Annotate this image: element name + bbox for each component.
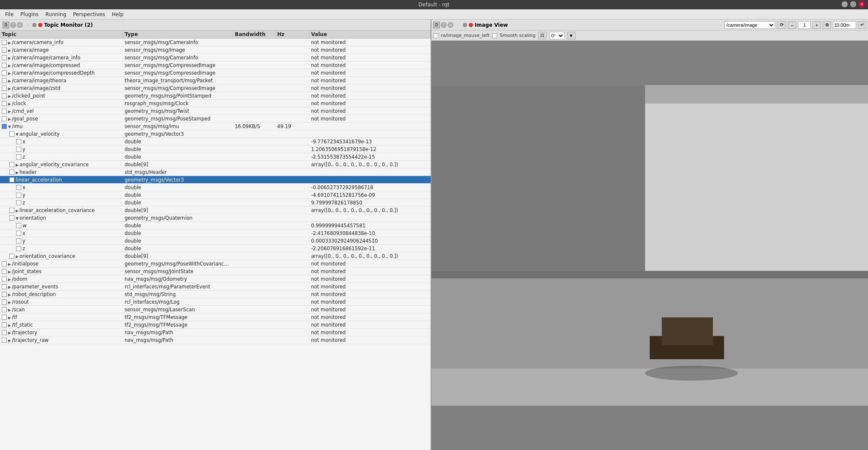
- table-row[interactable]: ▶/goal_posegeometry_msgs/msg/PoseStamped…: [0, 115, 431, 123]
- table-row[interactable]: ▶/initialposegeometry_msgs/msg/PoseWithC…: [0, 260, 431, 268]
- image-zoom-fit-btn[interactable]: ⊡: [538, 32, 547, 39]
- topic-checkbox[interactable]: [9, 208, 14, 213]
- table-row[interactable]: ▶/camera/image/compressedDepthsensor_msg…: [0, 69, 431, 77]
- topic-checkbox[interactable]: [2, 86, 7, 91]
- expand-icon[interactable]: ▶: [8, 323, 11, 327]
- topic-checkbox[interactable]: [2, 330, 7, 335]
- topic-checkbox[interactable]: [2, 48, 7, 53]
- mouse-event-checkbox[interactable]: [433, 33, 438, 38]
- table-row[interactable]: xdouble-9.77672345341679e-13: [0, 138, 431, 145]
- topic-checkbox[interactable]: [2, 55, 7, 60]
- topic-checkbox[interactable]: [16, 200, 21, 205]
- expand-icon[interactable]: ▶: [8, 48, 11, 53]
- expand-icon[interactable]: ▶: [8, 285, 11, 289]
- menu-help[interactable]: Help: [108, 11, 127, 18]
- table-row[interactable]: ▶/robot_descriptionstd_msgs/msg/Stringno…: [0, 291, 431, 298]
- table-row[interactable]: ▶/clockrosgraph_msgs/msg/Clocknot monito…: [0, 100, 431, 107]
- table-row[interactable]: xdouble-0.006527372929586718: [0, 184, 431, 191]
- topic-checkbox[interactable]: [16, 238, 21, 243]
- topic-checkbox[interactable]: [2, 93, 7, 98]
- topic-checkbox[interactable]: [9, 254, 14, 259]
- topic-checkbox[interactable]: [2, 124, 7, 129]
- table-row[interactable]: ▼orientationgeometry_msgs/Quaternion: [0, 214, 431, 222]
- table-row[interactable]: ▶/camera/image/compressedsensor_msgs/msg…: [0, 61, 431, 69]
- topic-checkbox[interactable]: [16, 231, 21, 236]
- topic-checkbox[interactable]: [2, 338, 7, 343]
- zoom-input[interactable]: [798, 21, 811, 29]
- table-row[interactable]: ▶angular_velocity_covariancedouble[9]arr…: [0, 161, 431, 168]
- expand-icon[interactable]: ▶: [8, 331, 11, 335]
- table-row[interactable]: zdouble-2.531553873554422e-15: [0, 153, 431, 161]
- table-row[interactable]: ▶orientation_covariancedouble[9]array([0…: [0, 252, 431, 260]
- topic-checkbox[interactable]: [2, 307, 7, 312]
- topic-checkbox[interactable]: [2, 40, 7, 45]
- size-input[interactable]: [833, 21, 856, 29]
- topic-checkbox[interactable]: [9, 215, 14, 221]
- smooth-scaling-checkbox[interactable]: [492, 33, 497, 38]
- expand-icon[interactable]: ▶: [8, 94, 11, 98]
- expand-icon[interactable]: ▶: [8, 71, 11, 75]
- table-row[interactable]: ▶/cmd_velgeometry_msgs/msg/Twistnot moni…: [0, 107, 431, 115]
- expand-icon[interactable]: ▶: [8, 102, 11, 106]
- image-refresh-button[interactable]: ⟳: [777, 21, 786, 29]
- table-row[interactable]: ▶/odomnav_msgs/msg/Odometrynot monitored: [0, 275, 431, 283]
- table-row[interactable]: wdouble0.9999999445457581: [0, 222, 431, 229]
- topic-checkbox[interactable]: [2, 78, 7, 83]
- topic-checkbox[interactable]: [2, 284, 7, 289]
- expand-icon[interactable]: ▶: [8, 41, 11, 45]
- topic-checkbox[interactable]: [2, 116, 7, 121]
- table-row[interactable]: ▶linear_acceleration_covariancedouble[9]…: [0, 207, 431, 214]
- expand-icon[interactable]: ▼: [16, 216, 19, 221]
- menu-perspectives[interactable]: Perspectives: [70, 11, 108, 18]
- topic-checkbox[interactable]: [16, 147, 21, 152]
- expand-icon[interactable]: ▼: [8, 125, 11, 129]
- expand-icon[interactable]: ▶: [8, 64, 11, 68]
- zoom-fit-button[interactable]: ⊕: [823, 21, 831, 29]
- table-row[interactable]: ▶headerstd_msgs/Header: [0, 168, 431, 176]
- topic-checkbox[interactable]: [2, 277, 7, 282]
- expand-icon[interactable]: ▶: [8, 277, 11, 282]
- maximize-button[interactable]: □: [850, 1, 856, 7]
- table-row[interactable]: ▼/imusensor_msgs/msg/Imu16.09KB/S49.19: [0, 123, 431, 130]
- rotate-apply-btn[interactable]: ▼: [567, 32, 576, 39]
- expand-icon[interactable]: ▶: [8, 270, 11, 274]
- topic-checkbox[interactable]: [2, 269, 7, 274]
- table-row[interactable]: linear_accelerationgeometry_msgs/Vector3: [0, 176, 431, 184]
- size-apply-button[interactable]: ↵: [858, 21, 866, 29]
- expand-icon[interactable]: ▶: [16, 254, 19, 259]
- expand-icon[interactable]: ▶: [8, 308, 11, 312]
- table-row[interactable]: zdouble9.799997826178850: [0, 199, 431, 207]
- topic-checkbox[interactable]: [2, 322, 7, 327]
- table-row[interactable]: ▶/camera/imagesensor_msgs/msg/Imagenot m…: [0, 46, 431, 54]
- topic-checkbox[interactable]: [16, 193, 21, 198]
- expand-icon[interactable]: ▶: [16, 209, 19, 213]
- table-row[interactable]: ▶/rosoutrcl_interfaces/msg/Lognot monito…: [0, 298, 431, 306]
- topic-checkbox[interactable]: [2, 101, 7, 106]
- topic-checkbox[interactable]: [2, 63, 7, 68]
- expand-icon[interactable]: ▶: [8, 293, 11, 297]
- zoom-minus-button[interactable]: –: [788, 21, 796, 29]
- expand-icon[interactable]: ▶: [8, 109, 11, 114]
- topic-checkbox[interactable]: [2, 299, 7, 305]
- topic-checkbox[interactable]: [16, 185, 21, 190]
- table-row[interactable]: ydouble-4.691074115281756e-09: [0, 191, 431, 199]
- expand-icon[interactable]: ▶: [8, 300, 11, 305]
- topic-checkbox[interactable]: [9, 170, 14, 175]
- expand-icon[interactable]: ▶: [8, 87, 11, 91]
- expand-icon[interactable]: ▶: [16, 163, 19, 167]
- table-row[interactable]: ▶/scansensor_msgs/msg/LaserScannot monit…: [0, 306, 431, 313]
- topic-checkbox[interactable]: [2, 292, 7, 297]
- rotate-select[interactable]: 0° 90° 180° 270°: [549, 32, 565, 39]
- topic-checkbox[interactable]: [2, 70, 7, 75]
- table-row[interactable]: ▶/joint_statessensor_msgs/msg/JointState…: [0, 268, 431, 275]
- topic-checkbox[interactable]: [2, 109, 7, 114]
- expand-icon[interactable]: ▶: [8, 56, 11, 60]
- menu-running[interactable]: Running: [42, 11, 70, 18]
- table-row[interactable]: xdouble-2.417680930844838e-10: [0, 229, 431, 237]
- topic-checkbox[interactable]: [16, 223, 21, 228]
- expand-icon[interactable]: ▶: [16, 170, 19, 175]
- topic-checkbox[interactable]: [9, 131, 14, 137]
- table-row[interactable]: ▶/camera/camera_infosensor_msgs/msg/Came…: [0, 39, 431, 46]
- table-row[interactable]: ▶/trajectorynav_msgs/msg/Pathnot monitor…: [0, 329, 431, 336]
- topic-checkbox[interactable]: [2, 261, 7, 266]
